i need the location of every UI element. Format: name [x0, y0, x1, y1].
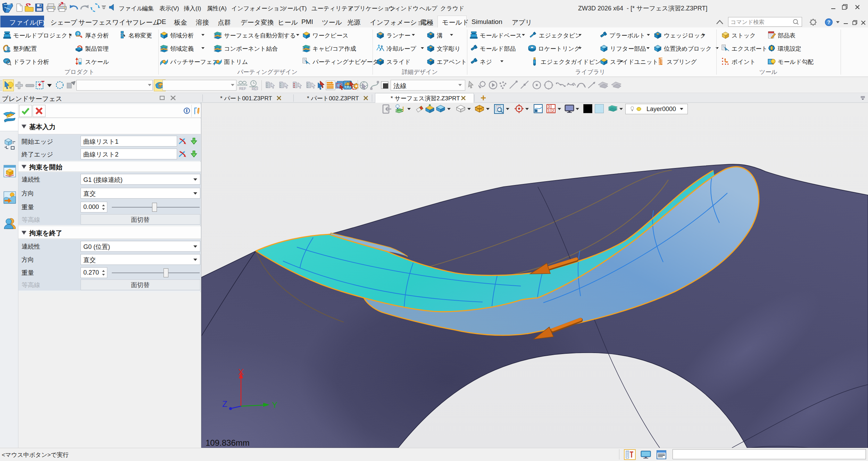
- svg-text:2: 2: [552, 109, 554, 113]
- svg-text:REF: REF: [239, 87, 246, 91]
- svg-text:1: 1: [548, 109, 550, 113]
- svg-text:109.836mm: 109.836mm: [206, 438, 250, 447]
- svg-text:3: 3: [548, 105, 550, 109]
- svg-text:Y: Y: [272, 400, 277, 410]
- svg-text:REF: REF: [252, 87, 258, 91]
- svg-text:?: ?: [827, 19, 830, 25]
- svg-text:Z: Z: [222, 399, 227, 409]
- svg-text:X: X: [238, 367, 244, 377]
